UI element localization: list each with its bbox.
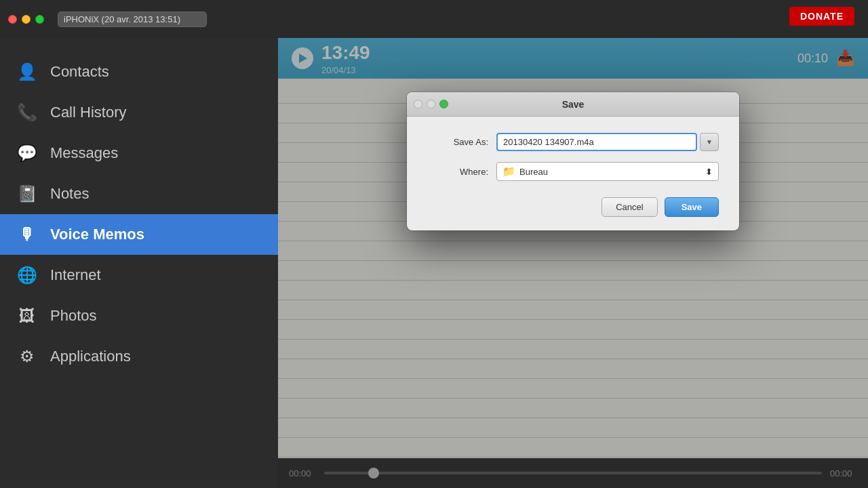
sidebar-item-messages[interactable]: 💬 Messages [0, 133, 278, 174]
internet-label: Internet [50, 266, 101, 284]
close-btn[interactable] [8, 15, 17, 24]
minimize-btn[interactable] [22, 15, 31, 24]
where-select-inner: 📁 Bureau [502, 165, 548, 178]
dialog-actions: Cancel Save [427, 192, 719, 217]
sidebar-item-photos[interactable]: 🖼 Photos [0, 296, 278, 336]
maximize-btn[interactable] [35, 15, 44, 24]
sidebar-item-notes[interactable]: 📓 Notes [0, 174, 278, 214]
where-location: Bureau [519, 167, 548, 177]
window-controls [8, 15, 44, 24]
contacts-icon: 👤 [16, 61, 38, 83]
save-as-input-wrap: ▼ [496, 133, 719, 151]
top-bar: iPHONiX (20 avr. 2013 13:51) DONATE [0, 0, 868, 38]
photos-label: Photos [50, 307, 97, 325]
sidebar: 👤 Contacts 📞 Call History 💬 Messages 📓 N… [0, 38, 278, 488]
applications-icon: ⚙ [16, 346, 38, 367]
save-as-row: Save As: ▼ [427, 133, 719, 151]
dialog-titlebar: Save [407, 92, 739, 117]
dialog-close-btn[interactable] [414, 100, 422, 108]
voice-memos-label: Voice Memos [50, 226, 144, 243]
internet-icon: 🌐 [16, 264, 38, 286]
voice-memos-icon: 🎙 [16, 224, 38, 245]
sidebar-item-internet[interactable]: 🌐 Internet [0, 255, 278, 296]
notes-label: Notes [50, 185, 89, 203]
save-button[interactable]: Save [665, 197, 719, 217]
dialog-zoom-btn[interactable] [439, 100, 448, 108]
cancel-button[interactable]: Cancel [601, 197, 657, 217]
main-area: 👤 Contacts 📞 Call History 💬 Messages 📓 N… [0, 38, 868, 488]
where-select-wrap: 📁 Bureau ⬍ [496, 162, 719, 181]
save-as-label: Save As: [427, 137, 488, 147]
notes-icon: 📓 [16, 183, 38, 205]
dialog-title: Save [562, 99, 585, 110]
messages-icon: 💬 [16, 142, 38, 164]
where-chevron-icon: ⬍ [705, 167, 713, 177]
folder-icon: 📁 [502, 165, 515, 178]
applications-label: Applications [50, 348, 131, 365]
call-history-label: Call History [50, 104, 126, 121]
dialog-window-controls [414, 100, 448, 108]
call-history-icon: 📞 [16, 102, 38, 123]
where-row: Where: 📁 Bureau ⬍ [427, 162, 719, 181]
dialog-body: Save As: ▼ Where: 📁 Bureau [407, 117, 739, 230]
dialog-min-btn[interactable] [427, 100, 435, 108]
filename-input[interactable] [496, 133, 697, 151]
device-selector[interactable]: iPHONiX (20 avr. 2013 13:51) [58, 12, 207, 27]
sidebar-item-voice-memos[interactable]: 🎙 Voice Memos [0, 214, 278, 255]
sidebar-item-contacts[interactable]: 👤 Contacts [0, 52, 278, 92]
where-select[interactable]: 📁 Bureau ⬍ [496, 162, 719, 181]
sidebar-item-call-history[interactable]: 📞 Call History [0, 92, 278, 133]
content-area: 13:49 20/04/13 00:10 📥 00:00 00:00 [278, 38, 868, 488]
photos-icon: 🖼 [16, 305, 38, 327]
where-label: Where: [427, 167, 488, 177]
filename-dropdown-btn[interactable]: ▼ [700, 133, 719, 151]
messages-label: Messages [50, 144, 118, 162]
sidebar-item-applications[interactable]: ⚙ Applications [0, 336, 278, 377]
save-dialog: Save Save As: ▼ Where: [407, 92, 739, 230]
contacts-label: Contacts [50, 63, 109, 81]
donate-button[interactable]: DONATE [789, 7, 854, 26]
